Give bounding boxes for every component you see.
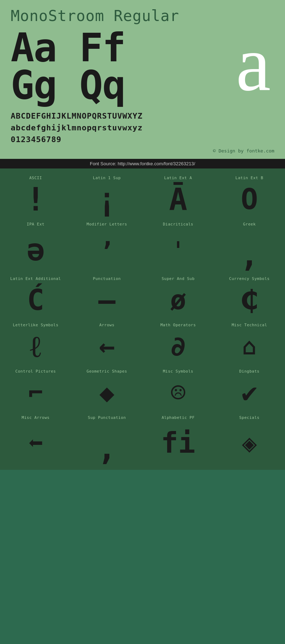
glyph-cell: Dingbats✔ [214,365,285,412]
glyph-cell: Letterlike Symbolsℓ [0,319,71,365]
glyph-cell: Alphabetic PFfi [142,412,214,466]
uppercase-alphabet: ABCDEFGHIJKLMNOPQRSTUVWXYZ [11,110,274,122]
sample-row-1: Aa Ff a [11,28,274,67]
glyph-label: Currency Symbols [229,276,270,281]
glyph-cell: IPA Extə [0,218,71,273]
glyph-character: ə [26,228,45,271]
glyph-character: ℓ [30,329,41,364]
glyph-label: Math Operators [160,323,196,327]
glyph-label: Alphabetic PF [162,415,195,420]
sample-letters-af: Aa Ff [11,28,125,67]
glyph-label: Arrows [99,323,115,327]
glyph-label: Misc Symbols [163,369,193,374]
font-source-text: Font Source: http://www.fontke.com/font/… [90,161,195,166]
glyph-character: ◆ [99,375,114,410]
glyph-cell: Specials◈ [214,412,285,466]
glyph-label: Geometric Shapes [87,369,127,374]
glyph-cell: Math Operators∂ [142,319,214,365]
glyph-character: Ć [27,283,44,317]
glyph-label: IPA Ext [27,222,45,227]
glyph-cell: Latin 1 Sup¡ [71,172,142,218]
glyph-label: Sup Punctuation [88,415,126,420]
big-letter-overlay: a [236,25,271,103]
glyph-label: Letterlike Symbols [13,323,58,327]
glyph-character: ☹ [171,375,186,410]
glyph-character: ⌂ [242,329,256,364]
glyph-cell: Arrows← [71,319,142,365]
glyph-character: ⌐ [28,375,43,410]
lowercase-alphabet: abcdefghijklmnopqrstuvwxyz [11,122,274,134]
glyph-character: ⬅ [28,422,43,464]
glyph-label: Latin Ext Additional [10,276,61,281]
glyph-cell: Latin Ext AĀ [142,172,214,218]
glyph-cell: Punctuation— [71,273,142,319]
glyph-label: Specials [239,415,260,420]
glyph-label: Super And Sub [162,276,195,281]
glyph-character: Ā [169,182,187,217]
glyph-cell: Misc Arrows⬅ [0,412,71,466]
glyph-cell: Misc Technical⌂ [214,319,285,365]
glyph-character: ‚ [97,432,116,464]
glyph-label: Punctuation [93,276,121,281]
font-source-bar: Font Source: http://www.fontke.com/font/… [0,159,285,168]
design-credit: © Design by fontke.com [11,148,274,155]
glyph-label: Greek [243,222,256,227]
glyph-label: Diacriticals [163,222,193,227]
glyph-character: , [240,239,259,271]
glyph-character: ¡ [97,182,116,217]
glyph-character: ˈ [171,232,186,271]
glyph-cell: Currency Symbols₵ [214,273,285,319]
glyph-character: ✔ [241,375,257,410]
glyph-grid: ASCII!Latin 1 Sup¡Latin Ext AĀLatin Ext … [0,172,285,466]
sample-letters-gq: Gg Qq [11,66,274,105]
glyph-character: O [241,182,258,217]
glyph-cell: Latin Ext BO [214,172,285,218]
font-preview-section: MonoStroom Regular Aa Ff a Gg Qq ABCDEFG… [0,0,285,159]
glyph-label: ASCII [29,176,42,180]
glyph-character: ∂ [170,329,186,364]
glyph-character: ʼ [99,232,114,271]
glyph-cell: Modifier Lettersʼ [71,218,142,273]
glyph-cell: Sup Punctuation‚ [71,412,142,466]
glyph-cell: Control Pictures⌐ [0,365,71,412]
digits: 0123456789 [11,134,274,145]
glyph-label: Latin Ext B [235,176,263,180]
glyph-label: Latin Ext A [164,176,192,180]
glyph-character: ← [99,329,115,364]
glyph-label: Modifier Letters [87,222,127,227]
glyph-cell: Latin Ext AdditionalĆ [0,273,71,319]
glyph-cell: Geometric Shapes◆ [71,365,142,412]
glyph-label: Dingbats [239,369,260,374]
glyph-character: — [98,283,115,317]
glyph-cell: Greek, [214,218,285,273]
glyph-character: ø [170,283,186,317]
glyph-character: fi [161,422,195,464]
glyph-label: Latin 1 Sup [93,176,121,180]
glyph-cell: Diacriticalsˈ [142,218,214,273]
glyph-character: ! [26,182,45,217]
glyph-cell: Super And Subø [142,273,214,319]
glyph-label: Misc Arrows [22,415,50,420]
glyph-label: Misc Technical [232,323,267,327]
alphabet-section: ABCDEFGHIJKLMNOPQRSTUVWXYZ abcdefghijklm… [11,110,274,145]
glyph-label: Control Pictures [15,369,56,374]
glyph-character: ₵ [241,283,257,317]
glyph-cell: ASCII! [0,172,71,218]
font-title: MonoStroom Regular [11,7,274,25]
glyph-cell: Misc Symbols☹ [142,365,214,412]
glyph-character: ◈ [242,422,257,464]
glyph-section: ASCII!Latin 1 Sup¡Latin Ext AĀLatin Ext … [0,168,285,470]
